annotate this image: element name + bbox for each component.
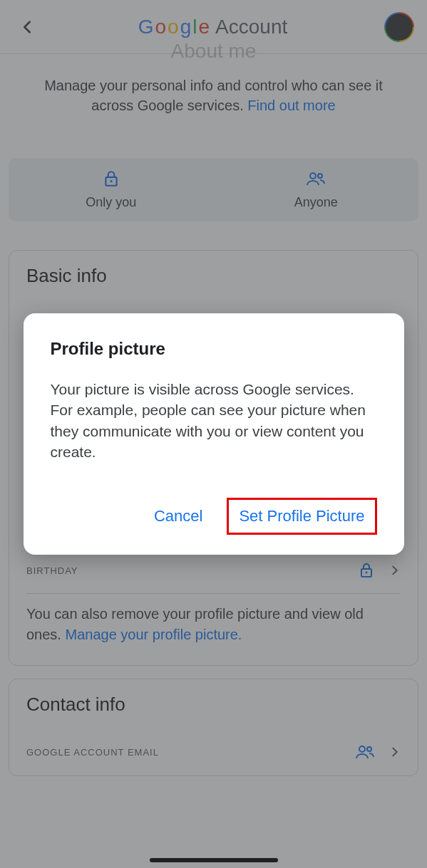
dialog-actions: Cancel Set Profile Picture [51,498,377,535]
profile-picture-dialog: Profile picture Your picture is visible … [24,313,404,555]
highlight-annotation: Set Profile Picture [227,498,376,535]
modal-overlay[interactable]: Profile picture Your picture is visible … [0,0,427,868]
set-profile-picture-button[interactable]: Set Profile Picture [233,503,370,530]
dialog-body: Your picture is visible across Google se… [51,379,377,463]
dialog-title: Profile picture [51,339,377,359]
cancel-button[interactable]: Cancel [148,503,208,530]
